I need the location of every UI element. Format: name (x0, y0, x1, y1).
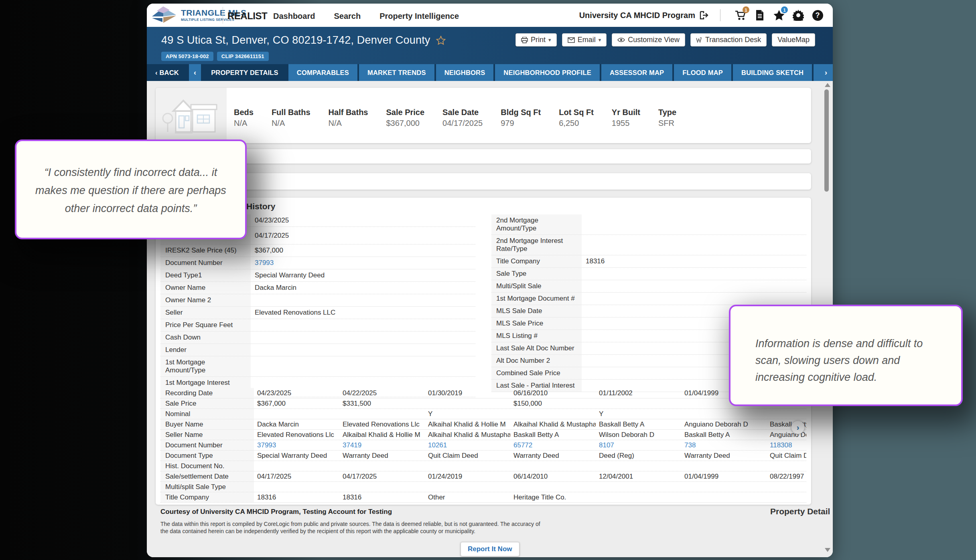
tab-scroll-right[interactable]: › (819, 64, 833, 81)
document-link[interactable]: 37419 (343, 441, 361, 449)
history-cell: Elevated Renovations Llc (339, 419, 425, 429)
tab-assessor-map[interactable]: ASSESSOR MAP (601, 64, 672, 81)
scrollbar-up-arrow[interactable] (825, 83, 830, 87)
history-row: Buyer NameDacka MarcinElevated Renovatio… (160, 419, 806, 430)
history-row-label: Document Number (160, 440, 254, 450)
history-cell: 08/22/1997 (767, 471, 806, 481)
history-cell (254, 482, 339, 492)
report-it-now-button[interactable]: Report It Now (461, 542, 519, 556)
last-sale-left-row: Price Per Square Feet (160, 319, 475, 332)
history-cell (339, 461, 425, 471)
property-address: 49 S Utica St, Denver, CO 80219-1742, De… (161, 34, 430, 46)
history-cell: 01/04/1999 (681, 471, 767, 481)
history-cell: Alkaihal Khalid & Mustapha (425, 430, 510, 440)
print-icon (521, 37, 528, 43)
history-cell: 37419 (339, 440, 425, 450)
field-label: MLS Listing # (491, 330, 582, 342)
logout-icon[interactable] (699, 11, 709, 20)
clip-badge[interactable]: CLIP 3426611151 (217, 52, 269, 61)
history-cell (767, 461, 806, 471)
field-label: Owner Name (160, 282, 251, 294)
tab-neighborhood-profile[interactable]: NEIGHBORHOOD PROFILE (495, 64, 600, 81)
field-label: Deed Type1 (160, 269, 251, 281)
help-button[interactable]: ? (808, 6, 827, 24)
field-value: 37993 (251, 257, 475, 269)
tab-market-trends[interactable]: MARKET TRENDS (359, 64, 434, 81)
field-label: 2nd Mortgage Amount/Type (491, 214, 582, 235)
customize-view-button[interactable]: Customize View (612, 33, 685, 46)
print-button[interactable]: Print ▾ (515, 33, 557, 46)
history-cell: 01/11/2002 (596, 388, 681, 398)
last-sale-right-row: Multi/Split Sale (491, 280, 806, 293)
account-name[interactable]: University CA MHCID Program (579, 11, 695, 20)
stat-bldg-sq-ft: Bldg Sq Ft979 (501, 108, 541, 128)
last-sale-left-row: IRESK2 Sale Price (45)$367,000 (160, 245, 475, 257)
email-button[interactable]: Email ▾ (562, 33, 607, 46)
back-button[interactable]: ‹ BACK (147, 64, 187, 81)
tab-property-details[interactable]: PROPERTY DETAILS (203, 64, 287, 81)
field-label: 1st Mortgage Document # (491, 293, 582, 305)
stat-full-baths: Full BathsN/A (272, 108, 310, 128)
scrollbar-thumb[interactable] (824, 89, 829, 192)
document-link[interactable]: 10261 (428, 441, 447, 449)
favorite-star-icon[interactable] (436, 36, 446, 45)
field-value (251, 294, 475, 306)
nav-property-intelligence[interactable]: Property Intelligence (379, 12, 459, 21)
field-label: Title Company (491, 255, 582, 267)
tab-neighbors[interactable]: NEIGHBORS (436, 64, 494, 81)
property-title-band: 49 S Utica St, Denver, CO 80219-1742, De… (147, 27, 833, 64)
history-cell: 65772 (510, 440, 596, 450)
field-label: Cash Down (160, 332, 251, 344)
tab-building-sketch[interactable]: BUILDING SKETCH (733, 64, 812, 81)
stat-sale-price: Sale Price$367,000 (386, 108, 424, 128)
history-cell: Deed (Reg) (596, 451, 681, 461)
history-row-label: Seller Name (160, 430, 254, 440)
annotation-callout-1: “I consistently find incorrect data... i… (15, 139, 247, 239)
scrollbar-down-arrow[interactable] (825, 548, 830, 552)
settings-button[interactable] (789, 6, 808, 24)
history-cell: Warranty Deed (339, 451, 425, 461)
last-sale-right-row: 2nd Mortgage Amount/Type (491, 214, 806, 235)
collapsed-section-2[interactable] (156, 173, 811, 190)
annotation-quote-2: Information is dense and difficult to sc… (755, 338, 923, 383)
tab-flood-map[interactable]: FLOOD MAP (674, 64, 731, 81)
history-cell: Baskall Betty A (510, 430, 596, 440)
document-link[interactable]: 37993 (257, 441, 276, 449)
field-value (251, 332, 475, 344)
history-cell (425, 398, 510, 408)
sale-history-table: Recording Date04/23/202504/22/202501/30/… (160, 388, 806, 503)
tab-comparables[interactable]: COMPARABLES (288, 64, 357, 81)
history-cell (510, 409, 596, 419)
document-link[interactable]: 738 (684, 441, 696, 449)
apn-badge[interactable]: APN 5073-18-002 (161, 52, 213, 61)
stat-label: Sale Price (386, 108, 424, 117)
field-value (251, 356, 475, 376)
stat-value: 1955 (612, 119, 640, 128)
tab-scroll-left[interactable]: ‹ (189, 64, 201, 81)
document-link[interactable]: 65772 (513, 441, 532, 449)
document-link[interactable]: 37993 (255, 259, 274, 267)
last-sale-right-row: Sale Type (491, 268, 806, 280)
collapsed-section-1[interactable] (156, 149, 811, 164)
reports-button[interactable] (750, 6, 769, 24)
summary-stats: BedsN/AFull BathsN/AHalf BathsN/ASale Pr… (234, 108, 676, 128)
history-cell (681, 482, 767, 492)
nav-dashboard[interactable]: Dashboard (273, 12, 315, 21)
cart-button[interactable]: 1 (731, 6, 750, 24)
document-link[interactable]: 8107 (599, 441, 614, 449)
field-value (582, 235, 806, 255)
nav-search[interactable]: Search (334, 12, 361, 21)
table-next-column-button[interactable]: › (791, 421, 805, 434)
disclaimer-text: The data within this report is compiled … (160, 520, 540, 535)
history-cell: 18316 (339, 492, 425, 502)
history-cell (425, 482, 510, 492)
valuemap-button[interactable]: ValueMap (772, 33, 815, 46)
document-link[interactable]: 118308 (770, 441, 792, 449)
stat-value: SFR (658, 119, 676, 128)
transaction-desk-button[interactable]: Transaction Desk (690, 33, 767, 46)
stat-label: Full Baths (272, 108, 310, 117)
favorites-button[interactable]: 1 (769, 6, 789, 24)
stat-label: Beds (234, 108, 254, 117)
summary-card: BedsN/AFull BathsN/AHalf BathsN/ASale Pr… (156, 88, 811, 143)
customize-view-label: Customize View (628, 36, 680, 44)
